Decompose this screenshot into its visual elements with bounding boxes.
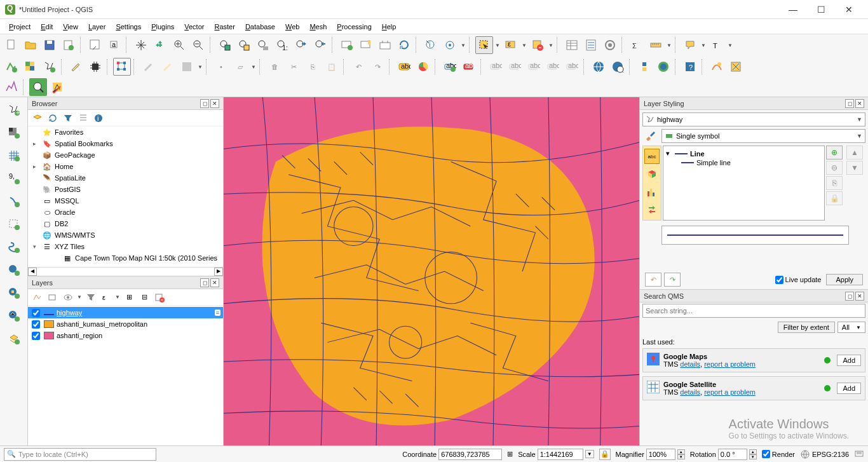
expand-all-button[interactable]: ⊞ [122, 290, 136, 304]
maptips-button[interactable] [681, 36, 699, 54]
zoom-selection-button[interactable] [235, 36, 253, 54]
scale-lock-button[interactable]: 🔒 [599, 449, 611, 460]
menu-project[interactable]: Project [4, 23, 36, 31]
zoom-native-button[interactable]: 1:1 [273, 36, 291, 54]
live-update-checkbox[interactable]: Live update [775, 276, 822, 284]
filter-category-select[interactable]: All▼ [837, 322, 865, 333]
details-link[interactable]: details [680, 388, 700, 396]
browser-item-xyz-tiles[interactable]: ▾☰XYZ Tiles [28, 241, 223, 252]
layer-visibility-checkbox[interactable] [32, 320, 40, 329]
toggle-edit-button[interactable] [140, 58, 158, 76]
select-dropdown[interactable]: ▼ [494, 43, 501, 48]
label-highlight-button[interactable]: abc [441, 58, 459, 76]
menu-raster[interactable]: Raster [209, 23, 240, 31]
styling-close-button[interactable]: ✕ [855, 99, 864, 108]
menu-settings[interactable]: Settings [111, 23, 146, 31]
layer-selector-combo[interactable]: highway ▼ [642, 112, 865, 126]
josm-button[interactable] [48, 78, 66, 96]
magnifier-down[interactable]: ▼ [677, 454, 685, 459]
add-feature-dropdown[interactable]: ▼ [250, 64, 257, 70]
add-layer-button[interactable] [31, 111, 44, 125]
properties-button[interactable]: i [92, 111, 105, 125]
copy-button[interactable]: ⎘ [304, 58, 322, 76]
layer-visibility-checkbox[interactable] [32, 309, 40, 317]
layout-manager-button[interactable] [86, 36, 104, 54]
measure-dropdown[interactable]: ▼ [666, 43, 672, 48]
save-edits-dropdown[interactable]: ▼ [197, 64, 203, 70]
coordinate-input[interactable] [438, 449, 502, 460]
add-postgis-layer-button[interactable] [4, 237, 24, 257]
menu-web[interactable]: Web [280, 23, 304, 31]
pan-button[interactable] [132, 36, 150, 54]
collapse-all-button[interactable] [76, 111, 90, 125]
styling-tab-3d[interactable] [644, 166, 660, 182]
diagram-button[interactable] [414, 58, 432, 76]
browser-close-button[interactable]: ✕ [210, 99, 219, 108]
remove-layer-button[interactable] [153, 290, 166, 304]
manage-visibility-button[interactable] [61, 290, 75, 304]
python-console-button[interactable] [635, 58, 653, 76]
attribute-table-button[interactable] [563, 36, 581, 54]
browser-item-db2[interactable]: ▢DB2 [28, 218, 223, 229]
browser-item-wms-wmts[interactable]: 🌐WMS/WMTS [28, 229, 223, 241]
browser-item-spatial-bookmarks[interactable]: ▸🔖Spatial Bookmarks [28, 138, 223, 149]
apply-button[interactable]: Apply [826, 274, 863, 285]
delete-selected-button[interactable]: 🗑 [266, 58, 283, 76]
browser-float-button[interactable]: ◻ [200, 99, 209, 108]
browser-item-home[interactable]: ▸🏠Home [28, 161, 223, 172]
statistics-button[interactable]: Σ [628, 36, 646, 54]
maximize-button[interactable]: ☐ [807, 1, 835, 18]
add-symbol-button[interactable]: ⊕ [826, 146, 843, 160]
menu-processing[interactable]: Processing [332, 23, 376, 31]
styling-tab-diagram[interactable] [644, 184, 660, 200]
locator-input[interactable]: 🔍 Type to locate (Ctrl+K) [4, 448, 156, 461]
browser-item-postgis[interactable]: 🐘PostGIS [28, 184, 223, 195]
magnifier-input[interactable] [646, 449, 675, 460]
crs-button[interactable]: EPSG:2136 [800, 449, 849, 459]
add-raster-button[interactable] [22, 58, 39, 76]
report-link[interactable]: report a problem [704, 360, 756, 368]
scroll-left-button[interactable]: ◀ [28, 268, 37, 276]
field-calc-button[interactable] [582, 36, 600, 54]
add-service-button[interactable]: Add [837, 355, 861, 366]
symbol-mode-combo[interactable]: Single symbol ▼ [661, 129, 865, 143]
select-by-value-button[interactable]: ε [502, 36, 520, 54]
layers-float-button[interactable]: ◻ [200, 278, 209, 287]
select-button[interactable] [475, 36, 493, 54]
qms-search-input[interactable] [642, 304, 865, 318]
pan-to-selection-button[interactable] [151, 36, 169, 54]
menu-database[interactable]: Database [240, 23, 280, 31]
browser-item-mssql[interactable]: ▭MSSQL [28, 195, 223, 207]
new-project-button[interactable] [3, 36, 20, 54]
styling-float-button[interactable]: ◻ [845, 99, 854, 108]
style-manager-button[interactable]: a [105, 36, 123, 54]
add-spatialite-layer-button[interactable] [4, 191, 24, 212]
layer-styling-button[interactable] [31, 290, 44, 304]
osm-tool-button[interactable] [654, 58, 672, 76]
toolbox-button[interactable] [601, 36, 619, 54]
close-button[interactable]: ✕ [835, 1, 863, 18]
rotation-input[interactable] [718, 449, 747, 460]
add-virtual-layer-button[interactable] [4, 214, 24, 234]
action-button[interactable] [441, 36, 459, 54]
scale-dropdown[interactable]: ▼ [585, 450, 594, 458]
duplicate-symbol-button[interactable]: ⎘ [826, 176, 843, 190]
scroll-right-button[interactable]: ▶ [214, 268, 223, 276]
add-xyz-layer-button[interactable] [4, 329, 24, 349]
zoom-last-button[interactable] [292, 36, 310, 54]
temporal-button[interactable] [376, 36, 394, 54]
browser-item-oracle[interactable]: ⬭Oracle [28, 207, 223, 218]
add-wms-layer-button[interactable] [4, 260, 24, 280]
browser-item-favorites[interactable]: ⭐Favorites [28, 126, 223, 138]
add-service-button[interactable]: Add [837, 383, 861, 394]
magnifier-up[interactable]: ▲ [677, 449, 685, 454]
plugin-tool-1[interactable] [708, 58, 726, 76]
layer-row-ashanti_region[interactable]: ashanti_region [28, 330, 223, 341]
move-down-button[interactable]: ▼ [846, 161, 863, 175]
layers-close-button[interactable]: ✕ [210, 278, 219, 287]
expression-filter-button[interactable]: ε [99, 290, 113, 304]
add-raster-layer-button[interactable] [4, 123, 24, 143]
expr-dropdown[interactable]: ▼ [114, 294, 121, 300]
zoom-out-button[interactable] [189, 36, 207, 54]
move-up-button[interactable]: ▲ [846, 146, 863, 160]
